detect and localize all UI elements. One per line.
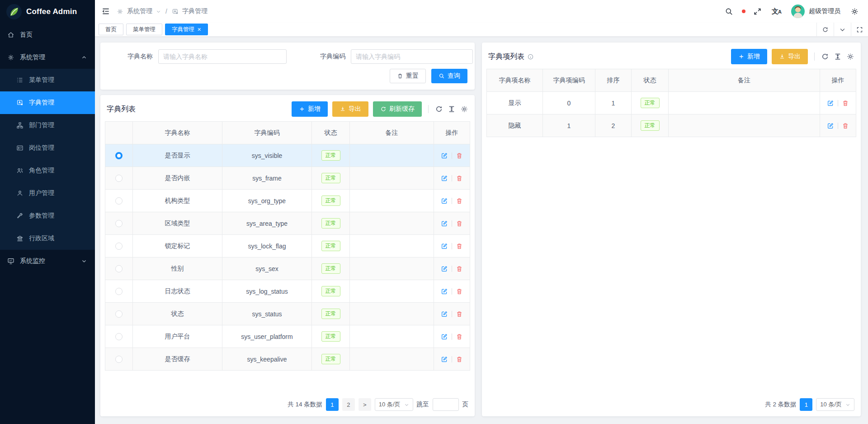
table-row[interactable]: 状态 sys_status 正常 [105,303,470,325]
sidebar-item-post-mgmt[interactable]: 岗位管理 [0,137,95,159]
row-radio[interactable] [115,333,123,340]
sidebar-item-role-mgmt[interactable]: 角色管理 [0,159,95,182]
sidebar-item-label: 首页 [20,31,33,39]
page-button-1[interactable]: 1 [800,398,812,411]
edit-icon[interactable] [827,100,834,107]
maximize-icon[interactable] [851,23,868,36]
query-button[interactable]: 查询 [431,69,467,83]
delete-icon[interactable] [456,220,463,227]
row-radio[interactable] [115,310,123,318]
table-row[interactable]: 显示 0 1 正常 [487,92,856,114]
divider [452,243,452,249]
row-density-icon[interactable] [448,105,456,113]
delete-icon[interactable] [456,333,463,340]
fullscreen-icon[interactable] [753,7,762,16]
refresh-table-icon[interactable] [435,105,443,113]
edit-icon[interactable] [441,243,448,250]
breadcrumb-parent[interactable]: 系统管理 [127,7,152,15]
divider [428,105,429,113]
row-radio[interactable] [115,197,123,205]
table-row[interactable]: 用户平台 sys_user_platform 正常 [105,325,470,348]
next-page-button[interactable]: > [359,398,371,411]
page-size-select[interactable]: 10 条/页 [816,398,854,411]
collapse-menu-icon[interactable] [101,7,110,16]
tab-dict-mgmt[interactable]: 字典管理✕ [165,24,208,35]
table-row[interactable]: 是否缓存 sys_keepalive 正常 [105,348,470,371]
table-row[interactable]: 机构类型 sys_org_type 正常 [105,190,470,212]
sidebar-item-dept-mgmt[interactable]: 部门管理 [0,114,95,137]
table-row[interactable]: 是否显示 sys_visible 正常 [105,144,470,167]
delete-icon[interactable] [456,197,463,205]
add-dict-button[interactable]: 新增 [292,101,328,117]
page-size-select[interactable]: 10 条/页 [375,398,413,411]
edit-icon[interactable] [441,288,448,295]
table-row[interactable]: 性别 sys_sex 正常 [105,257,470,280]
sidebar-item-admin-region[interactable]: 行政区域 [0,227,95,250]
dict-code-input[interactable] [351,49,473,64]
tab-menu-mgmt[interactable]: 菜单管理 [126,24,162,35]
row-radio[interactable] [115,265,123,272]
dict-name-cell: 机构类型 [133,190,222,212]
chevron-down-icon[interactable] [834,23,851,36]
export-dict-item-button[interactable]: 导出 [772,49,808,64]
dict-name-input[interactable] [158,49,287,64]
jump-page-input[interactable] [433,398,459,411]
row-radio[interactable] [115,243,123,250]
edit-icon[interactable] [827,122,834,129]
sidebar-item-param-mgmt[interactable]: 参数管理 [0,205,95,227]
translate-icon[interactable]: 文A [772,7,781,16]
row-density-icon[interactable] [834,52,842,61]
sidebar-item-monitor[interactable]: 系统监控 [0,250,95,272]
edit-icon[interactable] [441,310,448,318]
delete-icon[interactable] [456,175,463,182]
refresh-tab-icon[interactable] [816,23,834,36]
delete-icon[interactable] [456,265,463,272]
page-button-2[interactable]: 2 [342,398,355,411]
tab-home[interactable]: 首页 [99,24,123,35]
table-row[interactable]: 锁定标记 sys_lock_flag 正常 [105,235,470,257]
refresh-table-icon[interactable] [821,52,829,61]
close-icon[interactable]: ✕ [197,27,201,32]
sidebar-item-dict-mgmt[interactable]: 字典管理 [0,91,95,114]
edit-icon[interactable] [441,220,448,227]
delete-icon[interactable] [456,310,463,318]
table-row[interactable]: 区域类型 sys_area_type 正常 [105,212,470,235]
search-icon[interactable] [725,7,733,16]
edit-icon[interactable] [441,152,448,159]
edit-icon[interactable] [441,333,448,340]
delete-icon[interactable] [456,152,463,159]
edit-icon[interactable] [441,197,448,205]
sidebar-item-system[interactable]: 系统管理 [0,46,95,69]
delete-icon[interactable] [842,122,849,129]
delete-icon[interactable] [456,288,463,295]
avatar [791,5,805,18]
row-radio[interactable] [115,356,123,363]
table-row[interactable]: 是否内嵌 sys_frame 正常 [105,167,470,190]
column-settings-gear-icon[interactable] [460,105,468,113]
row-radio[interactable] [115,152,123,159]
dict-item-table: 字典项名称 字典项编码 排序 状态 备注 操作 显示 0 1 正常 [486,69,856,137]
table-row[interactable]: 日志状态 sys_log_status 正常 [105,280,470,303]
edit-icon[interactable] [441,356,448,363]
edit-icon[interactable] [441,175,448,182]
settings-gear-icon[interactable] [850,7,859,16]
sidebar-item-user-mgmt[interactable]: 用户管理 [0,182,95,205]
sidebar-item-menu-mgmt[interactable]: 菜单管理 [0,69,95,91]
delete-icon[interactable] [456,356,463,363]
row-radio[interactable] [115,175,123,182]
add-dict-item-button[interactable]: 新增 [731,49,767,64]
status-badge: 正常 [321,195,340,205]
row-radio[interactable] [115,220,123,227]
row-radio[interactable] [115,288,123,295]
table-row[interactable]: 隐藏 1 2 正常 [487,114,856,137]
page-button-1[interactable]: 1 [326,398,339,411]
user-menu[interactable]: 超级管理员 [791,5,840,18]
edit-icon[interactable] [441,265,448,272]
sidebar-item-home[interactable]: 首页 [0,24,95,46]
export-dict-button[interactable]: 导出 [332,101,368,117]
delete-icon[interactable] [456,243,463,250]
column-settings-gear-icon[interactable] [846,52,854,61]
reset-button[interactable]: 重置 [390,69,426,83]
refresh-cache-button[interactable]: 刷新缓存 [373,101,422,117]
delete-icon[interactable] [842,100,849,107]
